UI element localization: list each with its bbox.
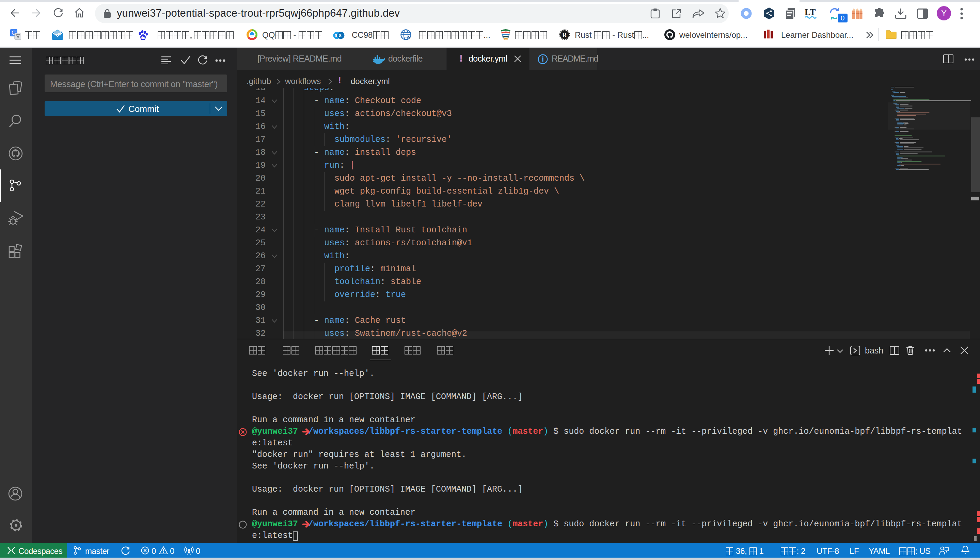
svg-text:du: du <box>140 36 145 40</box>
svg-text:9: 9 <box>335 33 337 38</box>
svg-text:LT: LT <box>804 8 816 17</box>
svg-text:8: 8 <box>339 33 341 38</box>
svg-text:R: R <box>562 31 567 38</box>
